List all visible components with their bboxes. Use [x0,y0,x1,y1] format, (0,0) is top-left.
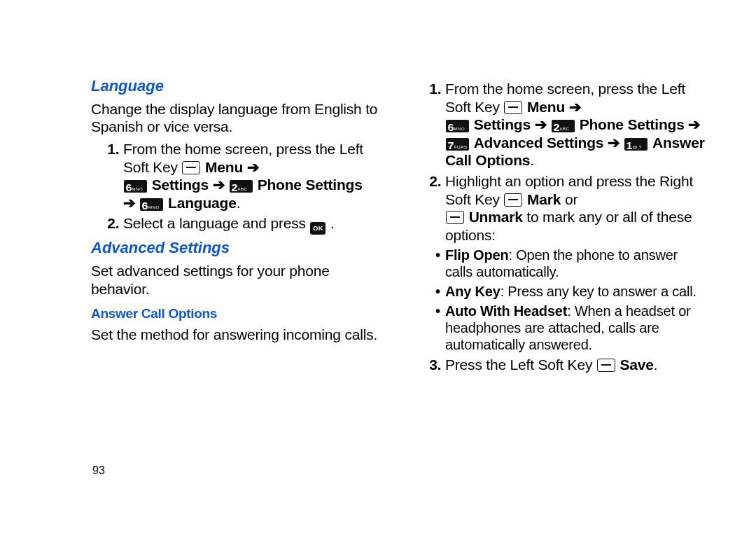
heading-answer-call-options: Answer Call Options [91,305,378,321]
language-steps: From the home screen, press the Left Sof… [91,140,378,235]
label-menu: Menu ➔ [527,99,581,115]
key-6-icon: 6MNO [446,120,469,132]
option-auto-headset: Auto With Headset: When a headset or hea… [445,303,707,353]
label-advanced-settings: Advanced Settings [474,134,604,151]
answer-call-intro: Set the method for answering incoming ca… [91,326,378,344]
label-language: Language [168,195,237,211]
key-2-icon: 2ABC [230,180,253,193]
soft-key-icon [597,359,615,372]
label-settings: Settings ➔ [152,176,225,193]
key-7-icon: 7PQRS [446,138,469,151]
soft-key-icon [182,161,200,174]
language-step-1: From the home screen, press the Left Sof… [123,140,378,212]
answer-call-steps: From the home screen, press the Left Sof… [413,80,707,374]
manual-page: Language Change the display language fro… [0,0,756,540]
aco-step-2: Highlight an option and press the Right … [445,172,707,353]
arrow-icon: ➔ [123,195,136,211]
key-6-icon: 6MNO [124,180,147,193]
label-menu: Menu ➔ [205,159,259,175]
arrow-icon: ➔ [688,116,701,132]
arrow-icon: ➔ [535,116,547,132]
aco-step-3: Press the Left Soft Key Save. [445,356,707,374]
soft-key-icon [504,101,522,114]
options-list: Flip Open: Open the phone to answer call… [445,247,707,353]
label-mark: Mark [527,191,561,207]
advanced-intro: Set advanced settings for your phone beh… [91,262,378,298]
label-settings: Settings ➔ [474,116,547,132]
soft-key-icon [504,193,522,207]
key-1-icon: 1@.? [624,138,648,151]
label-unmark: Unmark [469,209,523,225]
heading-advanced: Advanced Settings [91,239,378,258]
key-6-icon: 6MNO [140,198,163,211]
left-column: Language Change the display language fro… [91,77,378,512]
step-text: Select a language and press [123,215,309,231]
right-column: From the home screen, press the Left Sof… [413,77,707,512]
heading-language: Language [91,77,378,96]
language-intro: Change the display language from English… [91,100,378,136]
arrow-icon: ➔ [569,99,582,115]
key-2-icon: 2ABC [552,120,575,132]
arrow-icon: ➔ [608,134,620,151]
arrow-icon: ➔ [213,176,225,193]
label-save: Save [620,356,653,373]
step-text: Press the Left Soft Key [445,356,596,373]
soft-key-icon [446,211,464,224]
arrow-icon: ➔ [247,159,260,175]
label-phone-settings: Phone Settings ➔ [580,116,701,132]
language-step-2: Select a language and press OK . [123,214,378,235]
option-flip-open: Flip Open: Open the phone to answer call… [445,247,707,280]
option-any-key: Any Key: Press any key to answer a call. [445,283,707,300]
page-number: 93 [92,464,105,477]
ok-key-icon: OK [310,222,326,235]
aco-step-1: From the home screen, press the Left Sof… [445,80,707,169]
